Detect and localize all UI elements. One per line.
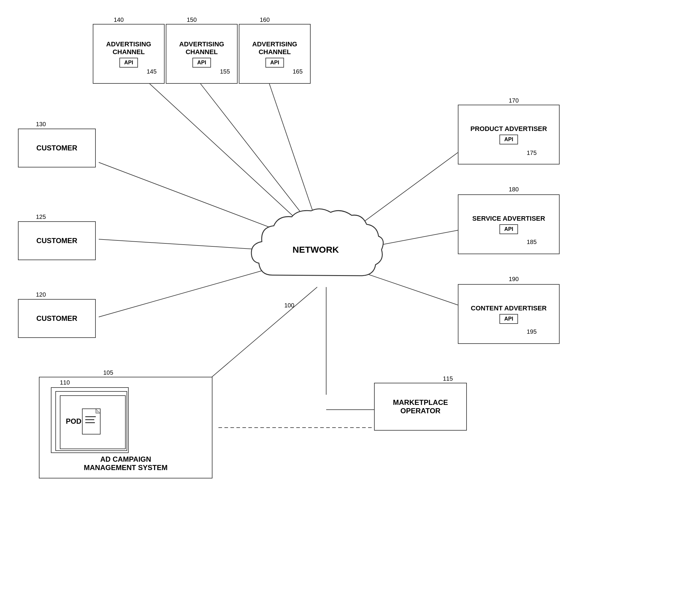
ref-120: 120 <box>36 291 46 298</box>
svg-rect-15 <box>85 416 96 417</box>
customer-125-label: CUSTOMER <box>36 237 77 245</box>
service-advertiser-label: SERVICE ADVERTISER <box>472 215 545 223</box>
ad-channel-160-label: ADVERTISING CHANNEL <box>252 40 297 56</box>
customer-125: CUSTOMER <box>18 221 96 260</box>
marketplace-operator: MARKETPLACE OPERATOR <box>374 383 467 431</box>
ad-channel-160-api: API <box>265 58 284 68</box>
customer-120-label: CUSTOMER <box>36 314 77 323</box>
ref-165: 165 <box>293 68 302 75</box>
marketplace-operator-label: MARKETPLACE OPERATOR <box>393 398 448 415</box>
svg-rect-17 <box>85 422 95 423</box>
svg-rect-16 <box>85 419 94 420</box>
ref-180: 180 <box>509 186 519 193</box>
customer-130: CUSTOMER <box>18 129 96 167</box>
ad-channel-140-label: ADVERTISING CHANNEL <box>106 40 151 56</box>
ref-175: 175 <box>527 149 537 157</box>
pod-icon <box>81 407 105 437</box>
ad-channel-150-api: API <box>192 58 211 68</box>
ref-110: 110 <box>60 379 70 386</box>
ad-channel-140-api: API <box>120 58 138 68</box>
ref-150: 150 <box>187 16 197 23</box>
content-advertiser: CONTENT ADVERTISER API <box>458 284 559 344</box>
product-advertiser-api: API <box>499 135 518 144</box>
product-advertiser: PRODUCT ADVERTISER API <box>458 105 559 165</box>
ref-190: 190 <box>509 276 519 282</box>
ad-campaign-label: AD CAMPAIGN MANAGEMENT SYSTEM <box>84 455 168 472</box>
ref-195: 195 <box>527 328 537 335</box>
diagram-container: ADVERTISING CHANNEL API 140 145 ADVERTIS… <box>0 0 679 616</box>
ref-105: 105 <box>103 369 113 376</box>
ref-130: 130 <box>36 121 46 128</box>
ref-115: 115 <box>443 375 453 382</box>
ad-channel-150-label: ADVERTISING CHANNEL <box>179 40 224 56</box>
ref-100: 100 <box>284 302 294 309</box>
ref-125: 125 <box>36 213 46 220</box>
ref-160: 160 <box>260 16 270 23</box>
product-advertiser-label: PRODUCT ADVERTISER <box>471 125 547 133</box>
network-cloud: NETWORK <box>246 203 386 296</box>
ref-155: 155 <box>220 68 230 75</box>
service-advertiser: SERVICE ADVERTISER API <box>458 194 559 254</box>
customer-120: CUSTOMER <box>18 299 96 338</box>
network-label: NETWORK <box>293 245 339 255</box>
customer-130-label: CUSTOMER <box>36 144 77 152</box>
service-advertiser-api: API <box>499 224 518 234</box>
content-advertiser-api: API <box>499 314 518 324</box>
ref-140: 140 <box>114 16 124 23</box>
content-advertiser-label: CONTENT ADVERTISER <box>471 304 546 312</box>
connection-lines <box>0 0 679 616</box>
pod-label: POD <box>66 417 82 425</box>
ref-185: 185 <box>527 239 537 245</box>
ref-145: 145 <box>147 68 157 75</box>
ref-170: 170 <box>509 97 519 104</box>
